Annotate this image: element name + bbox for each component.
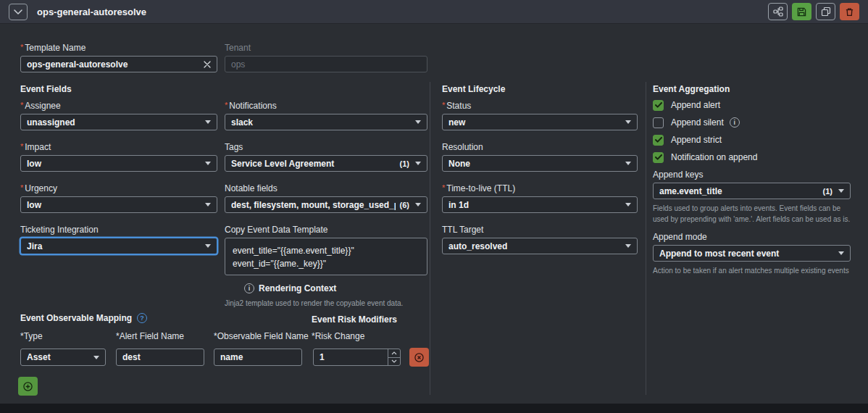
required-marker: * [225,101,228,109]
flow-chart-icon [773,7,783,17]
required-marker: * [20,142,23,151]
urgency-label: *Urgency [20,183,217,193]
tenant-input[interactable] [225,56,427,72]
status-select[interactable]: new [442,114,638,130]
required-marker: * [20,43,23,51]
alert-field-name-input[interactable] [116,349,204,366]
ttl-select[interactable]: in 1d [442,196,638,213]
tags-select[interactable]: Service Level Agreement (1) [225,155,427,172]
caret-down-icon [625,203,631,206]
required-marker: * [442,101,445,109]
append-silent-checkbox[interactable] [653,117,664,128]
info-icon [244,283,254,293]
impact-label: *Impact [20,142,217,152]
observable-mapping-row: Asset [20,349,106,366]
append-keys-count: (1) [823,187,832,196]
caret-down-icon [838,189,844,193]
observable-field-name-input[interactable] [214,349,302,366]
required-marker: * [20,183,23,192]
append-silent-label: Append silent [671,117,724,128]
resolution-select[interactable]: None [442,155,638,172]
observable-mapping-title: Event Observable Mapping [20,313,132,323]
workflow-button[interactable] [768,3,788,20]
copy-event-data-template-textarea[interactable]: event_title="{{ame.event_title}}" event_… [225,238,427,275]
notable-fields-select[interactable]: dest, filesystem, mount, storage_used_pe… [225,196,427,213]
risk-change-input[interactable] [314,349,388,365]
titlebar-actions [768,3,859,20]
resolution-label: Resolution [442,142,638,152]
copy-icon [821,7,831,17]
notifications-label: *Notifications [225,101,427,111]
append-alert-label: Append alert [671,100,720,110]
code-line: event_id="{{ame._key}}" [233,257,420,270]
ticketing-integration-label: Ticketing Integration [20,225,217,235]
assignee-label: *Assignee [20,101,217,111]
urgency-select[interactable]: low [20,196,217,213]
observable-mapping-header: Event Observable Mapping [20,313,147,323]
clear-icon[interactable] [204,61,211,68]
add-mapping-row-button[interactable] [18,377,38,396]
risk-change-stepper [313,349,401,366]
tags-count: (1) [400,159,409,168]
remove-mapping-row-button[interactable] [409,348,429,367]
ttl-target-label: TTL Target [442,225,638,235]
stepper-down-icon[interactable] [388,358,400,366]
tags-label: Tags [225,142,427,152]
event-lifecycle-title: Event Lifecycle [442,84,505,94]
caret-down-icon [625,244,631,248]
template-name-input[interactable] [20,56,217,72]
add-circle-icon [22,381,33,392]
column-divider [646,82,646,395]
caret-down-icon [205,203,211,206]
template-name-label: *Template Name [20,43,217,53]
collapse-button[interactable] [9,4,28,20]
type-column-label: *Type [20,331,43,341]
help-icon[interactable] [137,313,147,323]
risk-change-column-label: *Risk Change [312,331,364,341]
info-icon[interactable] [730,117,740,128]
risk-modifiers-title: Event Risk Modifiers [312,314,397,325]
append-keys-label: Append keys [653,170,851,180]
save-icon [797,7,806,17]
append-mode-select[interactable]: Append to most recent event [653,245,851,262]
assignee-select[interactable]: unassigned [20,114,217,130]
ttl-label: *Time-to-live (TTL) [442,183,638,193]
notification-on-append-checkbox[interactable] [653,152,664,163]
caret-down-icon [415,120,421,124]
stepper-buttons [388,349,400,365]
caret-down-icon [415,162,421,165]
event-fields-title: Event Fields [20,84,72,94]
status-label: *Status [442,101,638,111]
save-button[interactable] [792,3,811,20]
append-keys-select[interactable]: ame.event_title (1) [653,183,851,199]
chevron-down-icon [14,9,22,14]
copy-button[interactable] [816,3,835,20]
delete-button[interactable] [840,3,859,20]
ticketing-integration-select[interactable]: Jira [20,238,217,254]
form-content: *Template Name Tenant Event Fields *Assi… [0,24,868,404]
impact-select[interactable]: low [20,155,217,172]
trash-icon [845,7,854,17]
append-alert-row: Append alert [653,99,720,111]
caret-down-icon [625,120,631,124]
append-alert-checkbox[interactable] [653,100,664,111]
ttl-target-select[interactable]: auto_resolved [442,238,638,254]
stepper-up-icon[interactable] [388,349,400,358]
template-editor-panel: ops-general-autoresolve [0,0,868,413]
rendering-context-link[interactable]: Rendering Context [244,283,336,293]
notification-on-append-row: Notification on append [653,151,757,163]
notifications-select[interactable]: slack [225,114,427,130]
copy-template-help: Jinja2 template used to render the copya… [225,298,430,309]
append-mode-label: Append mode [653,232,851,242]
titlebar: ops-general-autoresolve [0,0,868,24]
observable-type-select[interactable]: Asset [20,349,106,366]
event-aggregation-title: Event Aggregation [653,84,730,94]
required-marker: * [442,183,445,192]
remove-circle-icon [414,352,425,363]
append-strict-checkbox[interactable] [653,135,664,146]
append-silent-row: Append silent [653,117,740,128]
tenant-label: Tenant [225,43,427,53]
notification-on-append-label: Notification on append [671,152,757,162]
column-divider [430,82,430,395]
caret-down-icon [205,120,211,124]
